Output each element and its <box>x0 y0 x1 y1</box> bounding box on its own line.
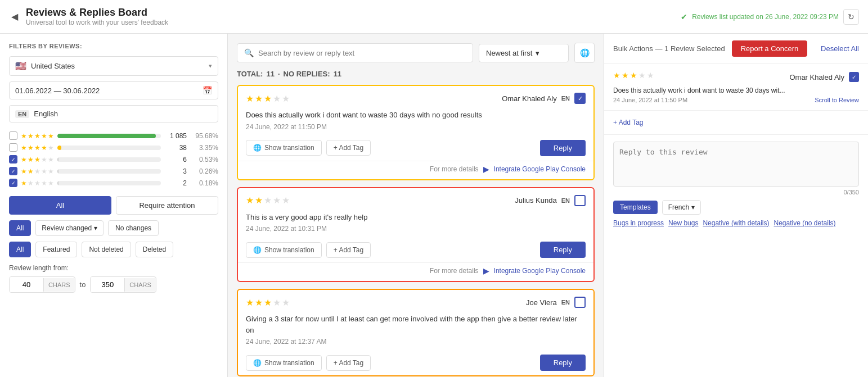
quick-tag-negative-with-details[interactable]: Negative (with details) <box>703 219 769 227</box>
star-icon: ★ <box>41 132 47 140</box>
review-3-checkbox[interactable] <box>574 297 586 308</box>
quick-tag-bugs-in-progress[interactable]: Bugs in progress <box>613 219 664 227</box>
length-from-input[interactable] <box>10 277 43 292</box>
add-tag-right-btn[interactable]: + Add Tag <box>613 116 859 129</box>
show-translation-2-btn[interactable]: 🌐 Show translation <box>246 242 322 258</box>
rating-2-bar-container <box>57 169 161 174</box>
quick-tag-new-bugs[interactable]: New bugs <box>668 219 698 227</box>
integrate-2-link[interactable]: Integrate Google Play Console <box>494 267 586 275</box>
no-replies-label: NO REPLIES: <box>284 70 330 78</box>
quick-tags: Bugs in progress New bugs Negative (with… <box>613 219 859 227</box>
show-translation-3-label: Show translation <box>264 359 314 367</box>
filter-no-changes-btn[interactable]: No changes <box>108 220 159 236</box>
filter-all-2-btn[interactable]: All <box>9 220 31 236</box>
translate-icon: 🌐 <box>253 144 262 152</box>
review-3-date: 24 June, 2022 at 12:37 AM <box>246 338 586 346</box>
review-1-header: ★ ★ ★ ★ ★ Omar Khaled Aly EN ✓ <box>238 86 593 107</box>
add-tag-1-btn[interactable]: + Add Tag <box>326 140 371 156</box>
rating-2-pct: 0.26% <box>190 167 218 175</box>
review-2-checkbox[interactable] <box>574 195 586 206</box>
filter-changed-dropdown[interactable]: Review changed ▾ <box>35 220 104 236</box>
scroll-to-review-link[interactable]: Scroll to Review <box>815 97 859 103</box>
rating-3-checkbox[interactable]: ✓ <box>9 155 17 163</box>
translate-icon: 🌐 <box>253 359 262 367</box>
date-filter[interactable]: 01.06.2022 — 30.06.2022 📅 <box>9 81 218 99</box>
star-icon: ★ <box>28 144 34 152</box>
search-input[interactable] <box>258 49 466 57</box>
integrate-1-link[interactable]: Integrate Google Play Console <box>494 165 586 173</box>
char-max: /350 <box>847 189 859 196</box>
reply-2-btn[interactable]: Reply <box>540 242 586 258</box>
integrate-1-text: Integrate Google Play Console <box>494 165 586 173</box>
star-icon: ★ <box>21 144 27 152</box>
french-label: French <box>668 203 689 211</box>
reply-3-btn[interactable]: Reply <box>540 355 586 371</box>
star-icon: ★ <box>255 297 263 308</box>
review-2-lang: EN <box>561 197 570 204</box>
rating-2-bar <box>57 169 59 174</box>
right-reviewer-name: Omar Khaled Aly <box>789 73 844 81</box>
add-tag-3-btn[interactable]: + Add Tag <box>326 355 371 371</box>
show-translation-3-btn[interactable]: 🌐 Show translation <box>246 355 322 371</box>
star-icon: ★ <box>273 195 281 206</box>
french-dropdown[interactable]: French ▾ <box>662 200 701 215</box>
filter-all-btn[interactable]: All <box>9 196 111 215</box>
rating-1-bar-container <box>57 181 161 185</box>
right-review-checkbox[interactable]: ✓ <box>849 72 859 82</box>
rating-1-checkbox[interactable]: ✓ <box>9 179 17 187</box>
scroll-to-review-label: Scroll to Review <box>815 97 859 103</box>
length-title: Review length from: <box>9 264 218 272</box>
calendar-icon: 📅 <box>203 86 212 95</box>
totals-row: TOTAL: 11 · NO REPLIES: 11 <box>237 70 595 78</box>
rating-4-checkbox[interactable] <box>9 143 17 152</box>
review-2-date: 24 June, 2022 at 10:31 PM <box>246 225 586 233</box>
filter-not-deleted-btn[interactable]: Not deleted <box>82 242 131 257</box>
add-tag-2-btn[interactable]: + Add Tag <box>326 242 371 258</box>
rating-2-checkbox[interactable]: ✓ <box>9 167 17 175</box>
templates-btn[interactable]: Templates <box>613 201 658 214</box>
rating-row-3: ✓ ★ ★ ★ ★ ★ 6 0.53% <box>9 155 218 163</box>
filter-row-3: All Featured Not deleted Deleted <box>9 242 218 257</box>
sort-dropdown[interactable]: Newest at first ▾ <box>479 44 569 62</box>
right-panel-reply: 0/350 Templates French ▾ Bugs in progres… <box>604 135 868 377</box>
star-icon: ★ <box>34 132 41 140</box>
review-1-actions: 🌐 Show translation + Add Tag Reply <box>238 135 593 161</box>
review-2-body: This is a very good app it's really help… <box>238 210 593 238</box>
back-button[interactable]: ◀ <box>9 9 20 24</box>
translate-button[interactable]: 🌐 <box>574 43 595 63</box>
show-translation-1-btn[interactable]: 🌐 Show translation <box>246 140 322 156</box>
app-title: Reviews & Replies Board <box>26 7 168 19</box>
filter-all-3-btn[interactable]: All <box>9 242 31 257</box>
reply-1-btn[interactable]: Reply <box>540 140 586 156</box>
bulk-actions-text: Bulk Actions — 1 Review Selected <box>613 44 725 53</box>
reply-textarea[interactable] <box>613 142 859 187</box>
review-1-text: Does this actually work i dont want to w… <box>246 110 586 121</box>
star-icon: ★ <box>246 297 254 308</box>
rating-row-4: ★ ★ ★ ★ ★ 38 3.35% <box>9 143 218 152</box>
star-icon: ★ <box>264 93 272 104</box>
integrate-2-text: Integrate Google Play Console <box>494 267 586 275</box>
country-filter[interactable]: 🇺🇸 United States ▾ <box>9 56 218 76</box>
star-icon: ★ <box>48 179 54 187</box>
language-filter[interactable]: EN English <box>9 105 218 122</box>
length-to-input[interactable] <box>91 277 124 292</box>
quick-tag-negative-no-details[interactable]: Negative (no details) <box>773 219 835 227</box>
totals-separator: · <box>278 70 280 78</box>
star-icon: ★ <box>48 167 54 175</box>
filter-featured-btn[interactable]: Featured <box>35 242 77 257</box>
rating-1-bar <box>57 181 59 185</box>
rating-3-bar <box>57 157 59 162</box>
filter-deleted-btn[interactable]: Deleted <box>136 242 173 257</box>
review-1-checkbox[interactable]: ✓ <box>574 93 586 104</box>
review-1-date: 24 June, 2022 at 11:50 PM <box>246 123 586 131</box>
refresh-button[interactable]: ↻ <box>843 9 859 25</box>
rating-5-checkbox[interactable] <box>9 131 17 140</box>
filter-require-btn[interactable]: Require attention <box>116 196 218 215</box>
review-3-body: Giving a 3 star for now until I at least… <box>238 311 593 350</box>
deselect-all-btn[interactable]: Deselect All <box>821 44 859 53</box>
star-icon: ★ <box>34 179 41 187</box>
report-concern-btn[interactable]: Report a Concern <box>732 40 808 57</box>
main-layout: FILTERS BY REVIEWS: 🇺🇸 United States ▾ 0… <box>0 34 868 377</box>
right-panel-review: ★ ★ ★ ★ ★ Omar Khaled Aly ✓ Does this ac… <box>604 64 868 111</box>
no-replies-value: 11 <box>334 70 341 78</box>
